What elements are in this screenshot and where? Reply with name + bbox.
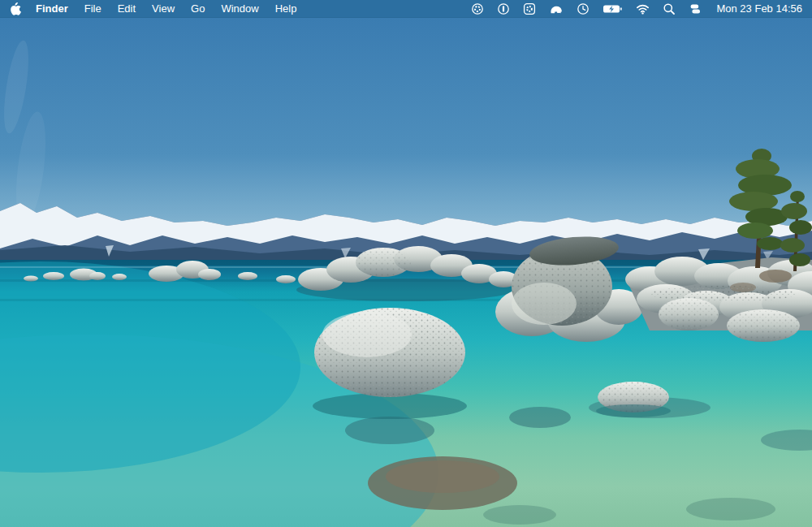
menu-window[interactable]: Window bbox=[213, 0, 266, 18]
menu-bar-status-area: Mon 23 Feb 14:56 bbox=[466, 0, 804, 18]
user-switch-menu-extra[interactable] bbox=[684, 0, 706, 18]
clock-history-menu-extra[interactable] bbox=[572, 0, 594, 18]
user-switch-icon bbox=[689, 2, 702, 15]
menu-edit[interactable]: Edit bbox=[110, 0, 144, 18]
wallpaper-image bbox=[0, 18, 812, 527]
elephant-menu-extra[interactable] bbox=[544, 0, 568, 18]
pinwheel-menu-extra[interactable] bbox=[466, 0, 489, 18]
menu-view[interactable]: View bbox=[144, 0, 183, 18]
keyhole-menu-extra[interactable] bbox=[492, 0, 515, 18]
keyhole-icon bbox=[497, 2, 510, 15]
spotlight-search-icon bbox=[663, 2, 676, 15]
apple-logo-icon bbox=[10, 2, 21, 15]
clock-history-icon bbox=[577, 2, 590, 15]
wifi-menu-extra[interactable] bbox=[631, 0, 654, 18]
pinwheel-icon bbox=[471, 2, 484, 15]
gear-app-icon bbox=[523, 2, 536, 15]
menu-bar-left: Finder File Edit View Go Window Help bbox=[8, 0, 304, 18]
desktop[interactable] bbox=[0, 0, 812, 527]
apple-menu[interactable] bbox=[8, 2, 28, 15]
menu-file[interactable]: File bbox=[76, 0, 110, 18]
app-menu-finder[interactable]: Finder bbox=[28, 0, 76, 18]
wifi-icon bbox=[636, 2, 650, 15]
gear-app-menu-extra[interactable] bbox=[518, 0, 541, 18]
menu-bar-clock[interactable]: Mon 23 Feb 14:56 bbox=[710, 2, 804, 15]
menu-go[interactable]: Go bbox=[183, 0, 213, 18]
battery-menu-extra[interactable] bbox=[598, 0, 628, 18]
menu-bar: Finder File Edit View Go Window Help bbox=[0, 0, 812, 18]
menu-help[interactable]: Help bbox=[267, 0, 305, 18]
battery-charging-icon bbox=[603, 2, 623, 15]
spotlight-menu-extra[interactable] bbox=[658, 0, 680, 18]
macos-screen: Finder File Edit View Go Window Help bbox=[0, 0, 812, 527]
elephant-icon bbox=[549, 2, 564, 15]
